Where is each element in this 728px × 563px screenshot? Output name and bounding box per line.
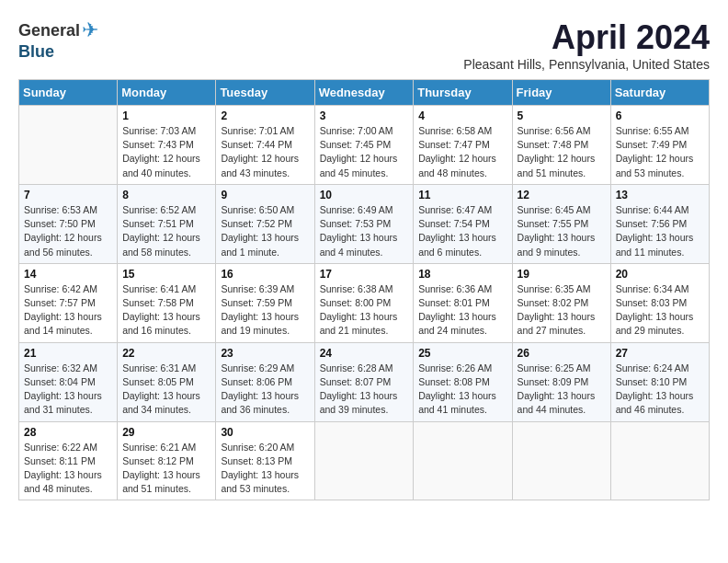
day-number: 18 — [418, 268, 506, 281]
calendar-cell: 20Sunrise: 6:34 AMSunset: 8:03 PMDayligh… — [610, 263, 709, 342]
calendar-cell: 8Sunrise: 6:52 AMSunset: 7:51 PMDaylight… — [118, 184, 216, 263]
day-info: Sunrise: 6:24 AMSunset: 8:10 PMDaylight:… — [616, 362, 704, 418]
calendar-cell — [512, 421, 610, 500]
calendar-cell: 5Sunrise: 6:56 AMSunset: 7:48 PMDaylight… — [512, 106, 610, 185]
week-row-3: 14Sunrise: 6:42 AMSunset: 7:57 PMDayligh… — [19, 263, 710, 342]
day-info: Sunrise: 6:22 AMSunset: 8:11 PMDaylight:… — [24, 441, 112, 497]
day-number: 14 — [24, 268, 112, 281]
day-number: 15 — [122, 268, 210, 281]
col-saturday: Saturday — [610, 80, 709, 106]
day-info: Sunrise: 6:53 AMSunset: 7:50 PMDaylight:… — [24, 203, 112, 259]
calendar-cell — [314, 421, 414, 500]
logo-blue: Blue — [18, 42, 54, 61]
calendar-cell — [19, 106, 118, 185]
calendar-cell: 7Sunrise: 6:53 AMSunset: 7:50 PMDaylight… — [19, 184, 118, 263]
day-info: Sunrise: 6:44 AMSunset: 7:56 PMDaylight:… — [616, 203, 704, 259]
day-number: 10 — [320, 189, 409, 201]
day-info: Sunrise: 6:52 AMSunset: 7:51 PMDaylight:… — [122, 203, 210, 259]
calendar-cell: 29Sunrise: 6:21 AMSunset: 8:12 PMDayligh… — [118, 421, 216, 500]
day-number: 30 — [221, 426, 309, 439]
day-number: 9 — [221, 189, 309, 201]
calendar-cell: 6Sunrise: 6:55 AMSunset: 7:49 PMDaylight… — [610, 106, 709, 185]
day-info: Sunrise: 7:00 AMSunset: 7:45 PMDaylight:… — [320, 124, 409, 180]
day-info: Sunrise: 6:56 AMSunset: 7:48 PMDaylight:… — [518, 124, 606, 180]
col-monday: Monday — [118, 80, 216, 106]
calendar-cell: 11Sunrise: 6:47 AMSunset: 7:54 PMDayligh… — [414, 184, 512, 263]
calendar-cell: 22Sunrise: 6:31 AMSunset: 8:05 PMDayligh… — [118, 342, 216, 421]
day-number: 25 — [418, 347, 506, 360]
calendar-cell: 4Sunrise: 6:58 AMSunset: 7:47 PMDaylight… — [414, 106, 512, 185]
col-sunday: Sunday — [19, 80, 118, 106]
calendar-table: Sunday Monday Tuesday Wednesday Thursday… — [18, 79, 710, 500]
day-number: 2 — [221, 109, 309, 122]
day-info: Sunrise: 7:03 AMSunset: 7:43 PMDaylight:… — [122, 124, 210, 180]
day-info: Sunrise: 6:35 AMSunset: 8:02 PMDaylight:… — [518, 282, 606, 339]
logo-general: General — [18, 21, 80, 40]
calendar-cell: 21Sunrise: 6:32 AMSunset: 8:04 PMDayligh… — [19, 342, 118, 421]
day-number: 11 — [418, 189, 506, 201]
title-block: April 2024 Pleasant Hills, Pennsylvania,… — [463, 18, 710, 72]
calendar-cell: 27Sunrise: 6:24 AMSunset: 8:10 PMDayligh… — [610, 342, 709, 421]
day-number: 7 — [24, 189, 112, 201]
day-info: Sunrise: 6:45 AMSunset: 7:55 PMDaylight:… — [518, 203, 606, 259]
calendar-cell: 13Sunrise: 6:44 AMSunset: 7:56 PMDayligh… — [610, 184, 709, 263]
col-tuesday: Tuesday — [216, 80, 314, 106]
calendar-cell: 2Sunrise: 7:01 AMSunset: 7:44 PMDaylight… — [216, 106, 314, 185]
week-row-4: 21Sunrise: 6:32 AMSunset: 8:04 PMDayligh… — [19, 342, 710, 421]
calendar-subtitle: Pleasant Hills, Pennsylvania, United Sta… — [463, 57, 710, 72]
logo-bird-icon: ✈ — [82, 18, 98, 42]
week-row-2: 7Sunrise: 6:53 AMSunset: 7:50 PMDaylight… — [19, 184, 710, 263]
calendar-cell: 24Sunrise: 6:28 AMSunset: 8:07 PMDayligh… — [314, 342, 414, 421]
day-info: Sunrise: 6:49 AMSunset: 7:53 PMDaylight:… — [320, 203, 409, 259]
day-number: 17 — [320, 268, 409, 281]
day-number: 6 — [616, 109, 704, 122]
day-info: Sunrise: 6:41 AMSunset: 7:58 PMDaylight:… — [122, 282, 210, 339]
day-number: 26 — [518, 347, 606, 360]
calendar-cell: 15Sunrise: 6:41 AMSunset: 7:58 PMDayligh… — [118, 263, 216, 342]
calendar-cell — [414, 421, 512, 500]
day-number: 20 — [616, 268, 704, 281]
day-info: Sunrise: 6:58 AMSunset: 7:47 PMDaylight:… — [418, 124, 506, 180]
day-info: Sunrise: 6:28 AMSunset: 8:07 PMDaylight:… — [320, 362, 409, 418]
day-number: 3 — [320, 109, 409, 122]
col-wednesday: Wednesday — [314, 80, 414, 106]
calendar-cell: 19Sunrise: 6:35 AMSunset: 8:02 PMDayligh… — [512, 263, 610, 342]
calendar-cell: 12Sunrise: 6:45 AMSunset: 7:55 PMDayligh… — [512, 184, 610, 263]
calendar-cell — [610, 421, 709, 500]
day-info: Sunrise: 6:47 AMSunset: 7:54 PMDaylight:… — [418, 203, 506, 259]
day-number: 23 — [221, 347, 309, 360]
week-row-5: 28Sunrise: 6:22 AMSunset: 8:11 PMDayligh… — [19, 421, 710, 500]
day-info: Sunrise: 6:38 AMSunset: 8:00 PMDaylight:… — [320, 282, 409, 339]
calendar-cell: 3Sunrise: 7:00 AMSunset: 7:45 PMDaylight… — [314, 106, 414, 185]
day-info: Sunrise: 7:01 AMSunset: 7:44 PMDaylight:… — [221, 124, 309, 180]
day-info: Sunrise: 6:34 AMSunset: 8:03 PMDaylight:… — [616, 282, 704, 339]
day-info: Sunrise: 6:42 AMSunset: 7:57 PMDaylight:… — [24, 282, 112, 339]
day-info: Sunrise: 6:36 AMSunset: 8:01 PMDaylight:… — [418, 282, 506, 339]
day-number: 8 — [122, 189, 210, 201]
col-friday: Friday — [512, 80, 610, 106]
day-number: 19 — [518, 268, 606, 281]
day-number: 28 — [24, 426, 112, 439]
day-number: 1 — [122, 109, 210, 122]
day-info: Sunrise: 6:55 AMSunset: 7:49 PMDaylight:… — [616, 124, 704, 180]
day-number: 27 — [616, 347, 704, 360]
week-row-1: 1Sunrise: 7:03 AMSunset: 7:43 PMDaylight… — [19, 106, 710, 185]
day-info: Sunrise: 6:39 AMSunset: 7:59 PMDaylight:… — [221, 282, 309, 339]
day-number: 4 — [418, 109, 506, 122]
calendar-cell: 14Sunrise: 6:42 AMSunset: 7:57 PMDayligh… — [19, 263, 118, 342]
day-info: Sunrise: 6:50 AMSunset: 7:52 PMDaylight:… — [221, 203, 309, 259]
col-thursday: Thursday — [414, 80, 512, 106]
day-number: 13 — [616, 189, 704, 201]
day-info: Sunrise: 6:20 AMSunset: 8:13 PMDaylight:… — [221, 441, 309, 497]
calendar-cell: 18Sunrise: 6:36 AMSunset: 8:01 PMDayligh… — [414, 263, 512, 342]
day-info: Sunrise: 6:31 AMSunset: 8:05 PMDaylight:… — [122, 362, 210, 418]
day-number: 16 — [221, 268, 309, 281]
calendar-cell: 28Sunrise: 6:22 AMSunset: 8:11 PMDayligh… — [19, 421, 118, 500]
day-number: 29 — [122, 426, 210, 439]
calendar-cell: 23Sunrise: 6:29 AMSunset: 8:06 PMDayligh… — [216, 342, 314, 421]
header: General ✈ Blue April 2024 Pleasant Hills… — [18, 18, 710, 72]
calendar-cell: 16Sunrise: 6:39 AMSunset: 7:59 PMDayligh… — [216, 263, 314, 342]
calendar-cell: 9Sunrise: 6:50 AMSunset: 7:52 PMDaylight… — [216, 184, 314, 263]
calendar-title: April 2024 — [463, 18, 710, 57]
calendar-cell: 26Sunrise: 6:25 AMSunset: 8:09 PMDayligh… — [512, 342, 610, 421]
